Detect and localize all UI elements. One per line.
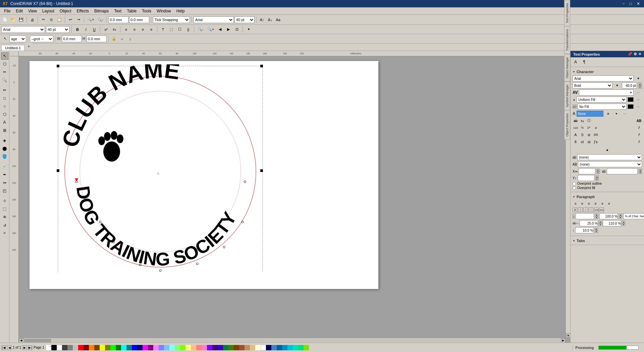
overprint-outline-checkbox[interactable] (573, 182, 576, 185)
font-size-select[interactable]: 40 pt (46, 26, 69, 33)
zoom-next-button[interactable]: ▶ (225, 26, 232, 33)
snap-select[interactable]: Tick Snapping (153, 16, 190, 23)
color-mint[interactable] (298, 345, 304, 350)
color-medblue[interactable] (277, 345, 282, 350)
panel-tab-object[interactable]: Object Manager (564, 54, 570, 81)
cs-down[interactable]: ▼ (622, 223, 625, 226)
final-down[interactable]: ▼ (595, 230, 598, 233)
color-darkgray[interactable] (62, 345, 67, 350)
x-up[interactable]: ▲ (596, 169, 600, 171)
ws-down[interactable]: ▼ (599, 223, 602, 226)
font-size-input[interactable] (622, 82, 637, 89)
y-offset-input[interactable] (578, 175, 594, 181)
color-sienna[interactable] (239, 345, 245, 350)
denom-button[interactable]: ⌀ (593, 125, 599, 131)
polygon-tool[interactable]: ⬡ (1, 111, 8, 118)
rectangle-tool[interactable]: □ (1, 95, 8, 102)
panel-close-button[interactable]: ✕ (638, 52, 641, 56)
color-indigo[interactable] (218, 345, 223, 350)
color-skyblue[interactable] (164, 345, 169, 350)
ws-up[interactable]: ▲ (599, 221, 602, 223)
color-orange[interactable] (89, 345, 94, 350)
color-teal[interactable] (223, 345, 228, 350)
menu-text[interactable]: Text (111, 8, 124, 14)
cut-button[interactable]: ✂ (40, 16, 47, 23)
menu-tools[interactable]: Tools (139, 8, 154, 14)
menu-object[interactable]: Object (57, 8, 74, 14)
scroll-down-button[interactable]: ▼ (566, 333, 570, 338)
scroll-right-button[interactable]: ▶ (561, 338, 566, 343)
para-force-justify[interactable]: ≡ (599, 200, 605, 207)
final-up[interactable]: ▲ (595, 228, 598, 230)
zoom-out-button[interactable]: 🔍- (96, 16, 105, 23)
horizontal-scrollbar[interactable]: ◀ ▶ (19, 338, 566, 343)
color-red[interactable] (78, 345, 84, 350)
ab-down[interactable]: ▼ (639, 171, 642, 174)
color-darkyellow[interactable] (105, 345, 110, 350)
panel-settings-button[interactable]: ⚙ (634, 52, 637, 56)
fi-button[interactable]: fi (573, 139, 579, 145)
freehand-tool[interactable]: ✏ (1, 86, 8, 94)
color-green[interactable] (116, 345, 121, 350)
font-name-select[interactable]: Arial (573, 75, 634, 81)
fill-color-swatch[interactable] (628, 97, 634, 102)
av-display[interactable]: ▼ (579, 90, 634, 96)
save-button[interactable]: 💾 (17, 16, 25, 23)
node-tool[interactable]: ⬡ (1, 60, 8, 68)
terminal-button[interactable]: f (636, 139, 642, 145)
paragraph-section-title[interactable]: Paragraph (573, 193, 642, 199)
para-align-right[interactable]: ≡ (586, 200, 592, 207)
color-sand[interactable] (250, 345, 255, 350)
fill-more-button[interactable]: ··· (635, 97, 642, 103)
smart-fill-tool[interactable]: 🪣 (1, 153, 8, 160)
zoom-prev-button[interactable]: ◀ (216, 26, 224, 33)
color-darkcyan[interactable] (126, 345, 132, 350)
outline-color-swatch[interactable] (628, 104, 634, 109)
para-none[interactable]: ≡ (606, 200, 612, 207)
envelope-tool[interactable]: ⬚ (1, 205, 8, 213)
para-align-center[interactable]: ≡ (579, 200, 585, 207)
add-tab-button[interactable]: + (25, 43, 33, 50)
text-effects-button[interactable]: T (159, 26, 167, 33)
y-position-input[interactable] (129, 16, 149, 23)
ls-up[interactable]: ▲ (595, 214, 598, 216)
pointer-tool[interactable]: ↖ (1, 52, 8, 60)
zoom-in-view-button[interactable]: 🔍+ (206, 26, 215, 33)
lock-ratio-button[interactable]: 🔒 (110, 35, 118, 43)
font-size-down[interactable]: ▼ (638, 85, 642, 89)
scroll-left-button[interactable]: ◀ (19, 338, 23, 343)
subscript-button[interactable]: x₂ (111, 26, 118, 33)
fill-tool[interactable]: ◈ (1, 137, 8, 144)
edit-frame-button[interactable]: ☐ (176, 26, 183, 33)
ls-down[interactable]: ▼ (595, 216, 598, 219)
document-tab[interactable]: Untitled-1 (1, 45, 24, 51)
font-name-expand[interactable]: ▼ (635, 75, 642, 81)
menu-layout[interactable]: Layout (40, 8, 57, 14)
color-darkmagenta[interactable] (148, 345, 153, 350)
object-type-select[interactable]: age (9, 36, 26, 42)
color-aqua[interactable] (287, 345, 293, 350)
color-pink[interactable] (153, 345, 159, 350)
paragraph-tab-button[interactable]: ¶ (581, 58, 588, 66)
color-yellowgreen[interactable] (180, 345, 185, 350)
edit-select-all[interactable]: ✦ (245, 26, 252, 33)
color-darkblue[interactable] (137, 345, 143, 350)
ab-none-select[interactable]: (none) (577, 154, 642, 160)
color-darkorange[interactable] (94, 345, 100, 350)
text-align-left-button[interactable]: ≡ (122, 26, 130, 33)
color-ivory[interactable] (261, 345, 266, 350)
none-input[interactable] (577, 111, 603, 117)
text-align-right-button[interactable]: ≡ (139, 26, 147, 33)
first-page-button[interactable]: |◀ (1, 345, 6, 350)
hscroll-thumb[interactable] (24, 339, 51, 342)
font-style-select[interactable]: Bold (573, 82, 612, 89)
outline-tool[interactable]: ✒ (1, 171, 8, 178)
color-lightcyan[interactable] (169, 345, 175, 350)
text-align-justify-button[interactable]: ≡ (148, 26, 155, 33)
color-purple[interactable] (212, 345, 218, 350)
blend-tool[interactable]: ≋ (1, 213, 8, 221)
character-tab-button[interactable]: A (572, 58, 579, 66)
contextual-button[interactable]: f (636, 132, 642, 138)
ls2-up[interactable]: ▲ (619, 214, 622, 216)
x-position-input[interactable] (108, 16, 128, 23)
